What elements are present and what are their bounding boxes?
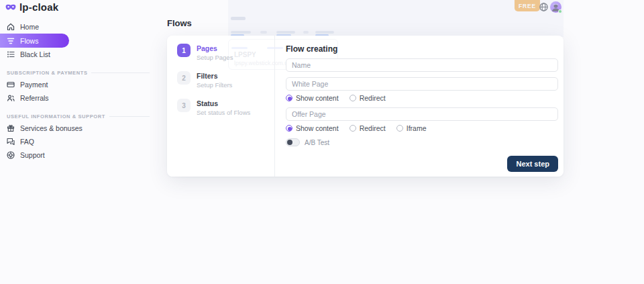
ghost-bar xyxy=(276,31,295,34)
sidebar-item-label: Services & bonuses xyxy=(20,124,83,132)
ghost-bar xyxy=(303,31,309,34)
toggle-knob xyxy=(287,140,292,145)
sidebar-item-label: Referrals xyxy=(20,94,49,102)
sidebar-item-label: Payment xyxy=(20,81,48,89)
brand-logo: lp-cloak xyxy=(5,1,58,13)
step-number-badge: 1 xyxy=(177,44,191,57)
section-divider xyxy=(109,116,150,117)
step-status[interactable]: 3 Status Set status of Flows xyxy=(177,99,274,116)
sidebar-item-label: FAQ xyxy=(20,138,34,146)
sidebar-item-black-list[interactable]: Black List xyxy=(0,48,156,61)
offer-page-mode-group: Show content Redirect Iframe xyxy=(286,124,558,132)
ab-test-toggle[interactable] xyxy=(286,138,300,146)
radio-icon xyxy=(350,125,356,132)
page-title: Flows xyxy=(167,18,192,28)
radio-show-content[interactable]: Show content xyxy=(286,124,339,132)
radio-icon xyxy=(350,95,356,101)
section-divider xyxy=(91,73,150,73)
free-plan-badge[interactable]: FREE xyxy=(515,0,540,11)
sidebar-item-flows[interactable]: Flows xyxy=(0,34,69,48)
sidebar-item-label: Home xyxy=(20,23,39,31)
sidebar-item-payment[interactable]: Payment xyxy=(0,78,156,91)
modal-steps: 1 Pages Setup Pages 2 Filters Setup Filt… xyxy=(167,36,274,177)
step-pages[interactable]: 1 Pages Setup Pages xyxy=(177,44,274,61)
ghost-bar xyxy=(260,31,267,34)
flows-icon xyxy=(7,37,15,45)
offer-page-input[interactable] xyxy=(286,107,558,121)
sidebar-item-faq[interactable]: FAQ xyxy=(0,135,156,148)
brand-name: lp-cloak xyxy=(19,1,58,13)
step-number-badge: 3 xyxy=(177,99,191,112)
home-icon xyxy=(7,23,15,31)
radio-label: Iframe xyxy=(407,124,427,132)
step-subtitle: Set status of Flows xyxy=(197,109,250,116)
white-page-input[interactable] xyxy=(286,77,558,91)
list-icon xyxy=(7,50,15,58)
radio-label: Redirect xyxy=(360,94,386,102)
ghost-bar xyxy=(315,31,334,34)
credit-card-icon xyxy=(7,81,15,89)
user-avatar[interactable] xyxy=(550,1,561,13)
sidebar-item-support[interactable]: Support xyxy=(0,148,156,162)
radio-redirect[interactable]: Redirect xyxy=(350,124,386,132)
chat-icon xyxy=(7,138,15,146)
ghost-bar xyxy=(231,31,251,34)
radio-show-content[interactable]: Show content xyxy=(286,94,339,102)
radio-label: Redirect xyxy=(360,124,386,132)
app-window: lp-cloak FREE Home Flows xyxy=(0,0,644,284)
ghost-bar xyxy=(231,17,246,20)
frosted-overlay xyxy=(228,0,564,37)
name-input[interactable] xyxy=(286,58,558,72)
flow-form: Flow creating Show content Redirect Show… xyxy=(275,36,564,177)
sidebar-item-label: Support xyxy=(20,151,45,159)
sidebar-section-header: SUBSCRIPTION & PAYMENTS xyxy=(7,70,150,76)
people-icon xyxy=(7,94,15,102)
lifebuoy-icon xyxy=(7,151,15,159)
sidebar-section-header: USEFUL INFORMATION & SUPPORT xyxy=(7,113,150,120)
step-title: Pages xyxy=(197,44,233,52)
language-globe-icon[interactable] xyxy=(539,2,548,11)
flow-creating-modal: 1 Pages Setup Pages 2 Filters Setup Filt… xyxy=(167,36,564,177)
radio-icon xyxy=(286,125,292,132)
modal-footer: Next step xyxy=(286,156,558,172)
sidebar-item-referrals[interactable]: Referrals xyxy=(0,91,156,105)
white-page-mode-group: Show content Redirect xyxy=(286,94,558,102)
step-filters[interactable]: 2 Filters Setup Filters xyxy=(177,71,274,89)
radio-label: Show content xyxy=(296,124,339,132)
sidebar-item-services-bonuses[interactable]: Services & bonuses xyxy=(0,122,156,135)
radio-icon xyxy=(396,125,403,132)
sidebar-item-home[interactable]: Home xyxy=(0,20,156,34)
sidebar-item-label: Black List xyxy=(20,50,50,58)
radio-iframe[interactable]: Iframe xyxy=(396,124,427,132)
online-status-dot xyxy=(558,9,562,13)
ab-test-row: A/B Test xyxy=(286,138,558,146)
radio-label: Show content xyxy=(296,94,339,102)
next-step-button[interactable]: Next step xyxy=(507,156,558,172)
step-title: Status xyxy=(197,99,250,107)
gift-icon xyxy=(7,124,15,132)
sidebar-section-header-label: USEFUL INFORMATION & SUPPORT xyxy=(7,113,105,120)
radio-icon xyxy=(286,95,292,101)
radio-redirect[interactable]: Redirect xyxy=(350,94,386,102)
step-number-badge: 2 xyxy=(177,71,191,85)
sidebar: Home Flows Black List SUBSCRIPTION & PAY… xyxy=(0,20,156,162)
mask-icon xyxy=(5,3,16,11)
sidebar-section-header-label: SUBSCRIPTION & PAYMENTS xyxy=(7,70,87,76)
sidebar-item-label: Flows xyxy=(20,37,38,45)
step-subtitle: Setup Filters xyxy=(197,81,232,89)
step-title: Filters xyxy=(197,71,232,80)
ab-test-label: A/B Test xyxy=(305,139,329,146)
modal-title: Flow creating xyxy=(286,44,558,54)
step-subtitle: Setup Pages xyxy=(197,54,233,61)
